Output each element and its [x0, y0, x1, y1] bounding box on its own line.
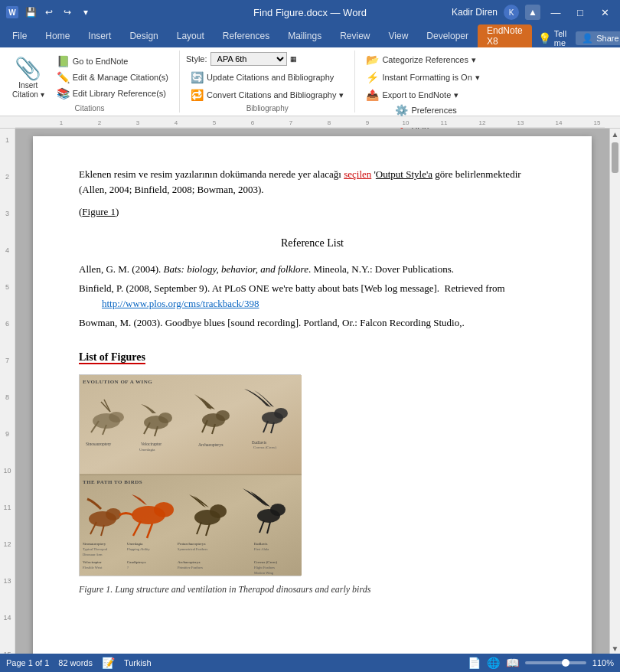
- list-of-figures-section: List of Figures: [79, 349, 546, 596]
- convert-icon: 🔁: [191, 89, 204, 101]
- maximize-button[interactable]: □: [571, 3, 589, 21]
- ruler: 123 456 789 101112 131415: [0, 116, 620, 129]
- tab-home[interactable]: Home: [36, 24, 79, 47]
- convert-citations-button[interactable]: 🔁 Convert Citations and Bibliography ▾: [186, 87, 348, 103]
- svg-text:Eudlavis: Eudlavis: [254, 542, 268, 546]
- ribbon-group-bibliography: Style: APA 6th ▦ 🔄 Update Citations and …: [180, 51, 355, 113]
- scrollbar-vertical[interactable]: ▲ ▼: [609, 129, 620, 654]
- reference-list: Reference List Allen, G. M. (2004). Bats…: [79, 235, 546, 331]
- style-label: Style:: [186, 54, 207, 64]
- output-style-link[interactable]: Output Style'a: [376, 168, 432, 180]
- ribbon-content: 📎 InsertCitation ▾ 📗 Go to EndNote ✏️ Ed…: [0, 47, 620, 116]
- document-page: Eklenen resim ve resim yazılarının doküm…: [33, 136, 592, 654]
- svg-text:4: 4: [175, 119, 178, 126]
- svg-text:THE PATH TO BIRDS: THE PATH TO BIRDS: [83, 479, 142, 485]
- export-button[interactable]: 📤 Export to EndNote ▾: [361, 87, 463, 103]
- update-citations-button[interactable]: 🔄 Update Citations and Bibliography: [186, 70, 338, 85]
- instant-formatting-label: Instant Formatting is On: [382, 73, 472, 82]
- svg-text:15: 15: [594, 119, 601, 126]
- view-read-icon[interactable]: 📖: [506, 657, 519, 669]
- svg-text:9: 9: [366, 119, 370, 126]
- edit-library-button[interactable]: 📚 Edit Library Reference(s): [52, 86, 173, 101]
- view-web-icon[interactable]: 🌐: [487, 657, 500, 669]
- ribbon-tabs: File Home Insert Design Layout Reference…: [0, 24, 620, 47]
- tab-insert[interactable]: Insert: [79, 24, 120, 47]
- figure-link[interactable]: Figure 1: [82, 206, 116, 217]
- secilen-text: seçilen: [344, 168, 371, 180]
- svg-text:First Alula: First Alula: [254, 547, 269, 551]
- svg-text:Sinosauroptery: Sinosauroptery: [83, 542, 106, 546]
- scroll-up-button[interactable]: ▲: [610, 129, 620, 139]
- svg-text:14: 14: [556, 119, 563, 126]
- bibliography-group-label: Bibliography: [246, 103, 289, 113]
- tab-view[interactable]: View: [380, 24, 418, 47]
- figure-container: EVOLUTION OF A WING S: [79, 374, 301, 576]
- quick-access-dropdown[interactable]: ▾: [78, 5, 93, 20]
- status-right: 📄 🌐 📖 110%: [468, 657, 614, 669]
- tab-file[interactable]: File: [3, 24, 36, 47]
- list-figures-underline-text: List of Figures: [79, 351, 145, 364]
- categorize-button[interactable]: 📂 Categorize References ▾: [361, 52, 481, 67]
- svg-text:?: ?: [127, 566, 129, 569]
- document-title: Find Figure.docx — Word: [253, 7, 367, 18]
- insert-citation-icon: 📎: [15, 56, 41, 81]
- ribbon-collapse-button[interactable]: ▲: [525, 5, 540, 20]
- binfield-link[interactable]: http://www.plos.org/cms/trackback/398: [102, 298, 259, 309]
- svg-point-35: [216, 410, 230, 421]
- preferences-button[interactable]: ⚙️ Preferences: [390, 103, 461, 118]
- zoom-thumb[interactable]: [562, 659, 569, 667]
- share-button[interactable]: 👤Share: [576, 31, 620, 45]
- svg-text:Protarchaeopteryx: Protarchaeopteryx: [178, 542, 206, 546]
- instant-formatting-button[interactable]: ⚡ Instant Formatting is On ▾: [361, 70, 484, 85]
- citations-buttons: 📎 InsertCitation ▾ 📗 Go to EndNote ✏️ Ed…: [6, 52, 173, 103]
- svg-text:Modern Wing: Modern Wing: [254, 571, 274, 575]
- svg-text:2: 2: [98, 119, 102, 126]
- scroll-thumb[interactable]: [612, 142, 618, 173]
- svg-text:Symmetrical Feathers: Symmetrical Feathers: [178, 547, 208, 551]
- word-count: 82 words: [58, 658, 93, 667]
- document-content: Eklenen resim ve resim yazılarının doküm…: [79, 167, 546, 596]
- convert-dropdown-icon: ▾: [339, 90, 344, 100]
- expand-icon: ▦: [290, 55, 297, 63]
- citations-small-buttons: 📗 Go to EndNote ✏️ Edit & Manage Citatio…: [52, 54, 173, 101]
- tell-me[interactable]: 💡 Tell me: [538, 29, 567, 47]
- tab-endnote[interactable]: EndNote X8: [478, 24, 532, 47]
- undo-button[interactable]: ↩: [41, 5, 57, 20]
- title-bar-right: Kadir Diren K ▲ — □ ✕: [452, 3, 614, 21]
- svg-text:Typical Theropod: Typical Theropod: [83, 547, 108, 551]
- tab-review[interactable]: Review: [331, 24, 379, 47]
- categorize-icon: 📂: [366, 54, 379, 66]
- close-button[interactable]: ✕: [596, 3, 614, 21]
- go-to-endnote-button[interactable]: 📗 Go to EndNote: [52, 54, 173, 69]
- svg-text:Caudipteryx: Caudipteryx: [127, 560, 146, 564]
- redo-button[interactable]: ↪: [60, 5, 75, 20]
- svg-text:Archaeopteryx: Archaeopteryx: [178, 560, 201, 564]
- svg-text:13: 13: [517, 119, 524, 126]
- title-bar-left: W 💾 ↩ ↪ ▾: [6, 5, 93, 20]
- document-scroll[interactable]: Eklenen resim ve resim yazılarının doküm…: [15, 129, 609, 654]
- view-normal-icon[interactable]: 📄: [468, 657, 481, 669]
- insert-citation-button[interactable]: 📎 InsertCitation ▾: [6, 52, 51, 103]
- tab-references[interactable]: References: [214, 24, 279, 47]
- zoom-slider[interactable]: [525, 661, 586, 664]
- save-button[interactable]: 💾: [23, 5, 38, 20]
- minimize-button[interactable]: —: [547, 3, 565, 21]
- style-dropdown[interactable]: APA 6th: [210, 52, 287, 66]
- scroll-down-button[interactable]: ▼: [610, 643, 620, 654]
- tab-mailings[interactable]: Mailings: [279, 24, 331, 47]
- edit-manage-button[interactable]: ✏️ Edit & Manage Citation(s): [52, 70, 173, 85]
- bibliography-buttons: Style: APA 6th ▦ 🔄 Update Citations and …: [186, 52, 348, 103]
- insert-citation-label: InsertCitation ▾: [12, 81, 44, 99]
- status-bar: Page 1 of 1 82 words 📝 Turkish 📄 🌐 📖 110…: [0, 654, 620, 672]
- endnote-icon: 📗: [57, 55, 70, 67]
- tab-developer[interactable]: Developer: [417, 24, 478, 47]
- categorize-dropdown: ▾: [472, 55, 476, 65]
- svg-text:Primitive Feathers: Primitive Feathers: [178, 566, 203, 569]
- svg-text:Archaeopteryx: Archaeopteryx: [198, 442, 224, 447]
- svg-text:Flapping Ability: Flapping Ability: [127, 547, 150, 551]
- tab-design[interactable]: Design: [120, 24, 167, 47]
- paragraph-1: Eklenen resim ve resim yazılarının doküm…: [79, 167, 546, 197]
- library-icon: 📚: [57, 87, 70, 99]
- ribbon-group-tools: 📂 Categorize References ▾ ⚡ Instant Form…: [355, 51, 490, 113]
- tab-layout[interactable]: Layout: [168, 24, 214, 47]
